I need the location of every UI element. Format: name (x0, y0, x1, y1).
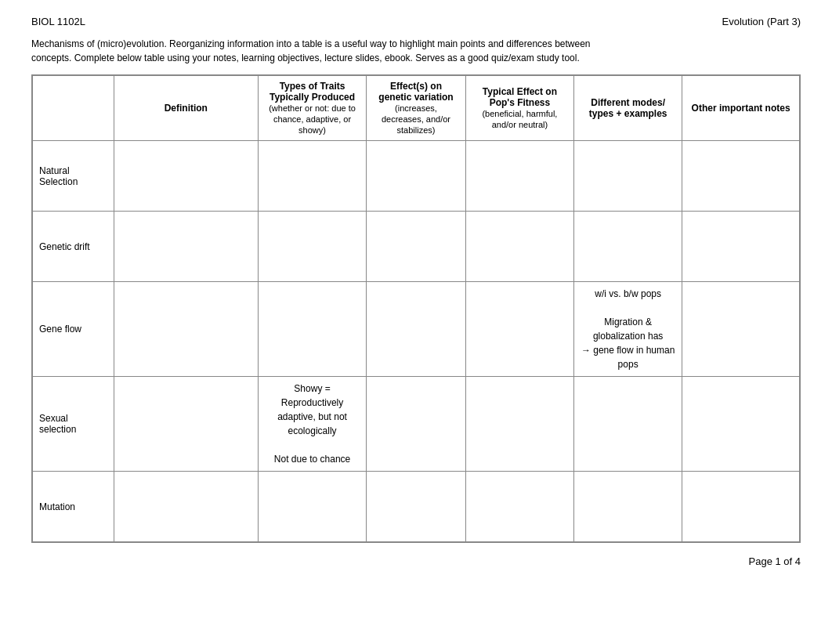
col-header-definition: Definition (114, 76, 258, 141)
cell-mechanism-genetic-drift: Genetic drift (33, 212, 114, 282)
col-header-traits: Types of Traits Typically Produced (whet… (258, 76, 366, 141)
cell-other-mutation (682, 472, 800, 542)
cell-mechanism-sexual-selection: Sexual selection (33, 377, 114, 472)
intro-text: Mechanisms of (micro)evolution. Reorgani… (31, 37, 801, 65)
cell-mechanism-gene-flow: Gene flow (33, 282, 114, 377)
cell-traits-natural-selection (258, 141, 366, 212)
cell-other-sexual-selection (682, 377, 800, 472)
col-header-fitness: Typical Effect on Pop's Fitness (benefic… (465, 76, 573, 141)
cell-fitness-mutation (465, 472, 573, 542)
cell-traits-genetic-drift (258, 212, 366, 282)
intro-line2: concepts. Complete below table using you… (31, 52, 580, 63)
cell-traits-mutation (258, 472, 366, 542)
page-footer: Page 1 of 4 (31, 555, 801, 567)
page-header: BIOL 1102L Evolution (Part 3) (31, 16, 801, 27)
cell-modes-genetic-drift (574, 212, 682, 282)
col-header-mechanism (33, 76, 114, 141)
table-row: Gene flow w/i vs. b/w pops Migration & g… (33, 282, 800, 377)
cell-effects-mutation (367, 472, 466, 542)
cell-effects-gene-flow (367, 282, 466, 377)
course-label: BIOL 1102L (31, 16, 85, 27)
cell-definition-mutation (114, 472, 258, 542)
cell-mechanism-natural-selection: Natural Selection (33, 141, 114, 212)
cell-modes-gene-flow: w/i vs. b/w pops Migration & globalizati… (574, 282, 682, 377)
cell-fitness-gene-flow (465, 282, 573, 377)
cell-fitness-genetic-drift (465, 212, 573, 282)
col-header-other: Other important notes (682, 76, 800, 141)
cell-fitness-sexual-selection (465, 377, 573, 472)
cell-other-natural-selection (682, 141, 800, 212)
cell-other-gene-flow (682, 282, 800, 377)
page-number: Page 1 of 4 (749, 555, 801, 567)
cell-fitness-natural-selection (465, 141, 573, 212)
cell-effects-natural-selection (367, 141, 466, 212)
table-row: Mutation (33, 472, 800, 542)
page-title: Evolution (Part 3) (722, 16, 801, 27)
table-row: Genetic drift (33, 212, 800, 282)
table-row: Sexual selection Showy = Reproductively … (33, 377, 800, 472)
cell-definition-genetic-drift (114, 212, 258, 282)
table-header-row: Definition Types of Traits Typically Pro… (33, 76, 800, 141)
col-header-effects: Effect(s) on genetic variation (increase… (367, 76, 466, 141)
cell-traits-gene-flow (258, 282, 366, 377)
col-header-modes: Different modes/ types + examples (574, 76, 682, 141)
cell-other-genetic-drift (682, 212, 800, 282)
cell-traits-sexual-selection: Showy = Reproductively adaptive, but not… (258, 377, 366, 472)
main-table-container: Definition Types of Traits Typically Pro… (31, 74, 801, 543)
cell-modes-natural-selection (574, 141, 682, 212)
cell-mechanism-mutation: Mutation (33, 472, 114, 542)
cell-definition-gene-flow (114, 282, 258, 377)
cell-modes-mutation (574, 472, 682, 542)
table-row: Natural Selection (33, 141, 800, 212)
cell-effects-genetic-drift (367, 212, 466, 282)
intro-line1: Mechanisms of (micro)evolution. Reorgani… (31, 38, 591, 49)
cell-definition-natural-selection (114, 141, 258, 212)
cell-modes-sexual-selection (574, 377, 682, 472)
cell-effects-sexual-selection (367, 377, 466, 472)
evolution-table: Definition Types of Traits Typically Pro… (32, 75, 800, 542)
cell-definition-sexual-selection (114, 377, 258, 472)
